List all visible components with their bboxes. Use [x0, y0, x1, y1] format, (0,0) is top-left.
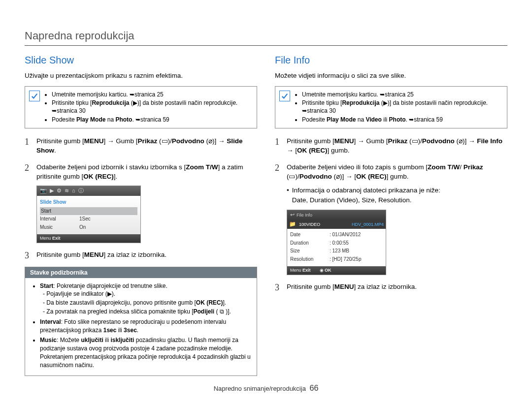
step-1: Pritisnite gumb [MENU] → Gumb [Prikaz (▭…: [275, 136, 507, 156]
text: Pritisnite gumb [: [36, 137, 84, 145]
page-root: Napredna reprodukcija Slide Show Uživajt…: [0, 0, 532, 406]
text: (▭)/: [287, 173, 299, 180]
two-column-layout: Slide Show Uživajte u prezentacijskom pr…: [25, 55, 507, 376]
row-val: : 0:00:55: [330, 240, 349, 247]
header-text: File Info: [297, 212, 312, 219]
screenshot-row: MusicOn: [40, 223, 137, 232]
screenshot-header: ↩ File Info: [287, 210, 386, 220]
sub-line: Pojavljuje se indikator (▶).: [43, 290, 251, 298]
row-val: : 123 MB: [330, 248, 349, 255]
file-info-screenshot: ↩ File Info 📁 100VIDEO HDV_0001.MP4 Date…: [287, 210, 386, 275]
text: ] gumb.: [328, 147, 350, 154]
submenu-item-start: Start: Pokretanje dijaprojekcije od tren…: [40, 282, 251, 316]
check-icon: [29, 91, 40, 101]
screenshot-footer: Menu Exit: [37, 234, 140, 243]
folder-icon: 📁: [289, 220, 296, 228]
step-2: Odaberite željeni pod izbornik i stavku …: [25, 162, 257, 243]
note-list-right: Umetnite memorijsku karticu. ➥stranica 2…: [294, 91, 502, 124]
note-list-left: Umetnite memorijsku karticu. ➥stranica 2…: [44, 91, 252, 124]
text: ] → Gumb [: [104, 137, 138, 145]
row-key: Interval: [40, 216, 74, 223]
note-box-right: Umetnite memorijsku karticu. ➥stranica 2…: [275, 86, 507, 128]
podvodno-label: Podvodno: [299, 173, 332, 180]
screenshot-row: Date: 01/JAN/2012: [290, 231, 383, 239]
page-footer: Napredno snimanje/reprodukcija 66: [25, 384, 507, 393]
text: /: [460, 163, 464, 171]
steps-right: Pritisnite gumb [MENU] → Gumb [Prikaz (▭…: [275, 136, 507, 292]
footer-section: Napredno snimanje/reprodukcija: [214, 385, 306, 392]
submenu-item-music: Music: Možete uključiti ili isključiti p…: [40, 336, 251, 369]
screenshot-title: Slide Show: [40, 198, 137, 207]
prikaz-label: Prikaz: [138, 137, 158, 145]
sub-line: Za povratak na pregled indeksa sličica p…: [43, 308, 251, 316]
row-val: : 01/JAN/2012: [330, 231, 361, 239]
folder-name: 100VIDEO: [299, 221, 320, 228]
camera-icon: 📷: [40, 187, 47, 195]
menu-label: MENU: [84, 137, 104, 145]
step-2: Odaberite željeni video ili foto zapis s…: [275, 162, 507, 275]
screenshot-row: Resolution: [HD] 720/25p: [290, 255, 383, 264]
podvodno-label: Podvodno: [422, 137, 455, 145]
exit-label: Menu Exit: [290, 267, 311, 274]
text: Odaberite željeni video ili foto zapis s…: [287, 163, 428, 171]
exit-label: Menu Exit: [40, 235, 61, 242]
folder-row: 📁 100VIDEO HDV_0001.MP4: [287, 220, 386, 229]
prikaz-label: Prikaz: [388, 137, 408, 145]
text: Informacija o odabranoj datoteci prikaza…: [292, 187, 440, 194]
row-key: Size: [290, 248, 325, 255]
text: ] gumb.: [387, 173, 409, 180]
step-3: Pritisnite gumb [MENU] za izlaz iz izbor…: [25, 250, 257, 260]
menu-label: MENU: [84, 251, 104, 258]
steps-left: Pritisnite gumb [MENU] → Gumb [Prikaz (▭…: [25, 136, 257, 260]
screenshot-row: Size: 123 MB: [290, 247, 383, 255]
screenshot-row-highlight: Start: [40, 207, 137, 216]
row-val: On: [79, 224, 86, 231]
item-key: Interval: [40, 318, 61, 325]
note-item: Pritisnite tipku [Reprodukcija (▶)] da b…: [302, 99, 502, 115]
file-info-heading: File Info: [275, 55, 507, 66]
prikaz-label: Prikaz: [464, 163, 483, 171]
text: .: [54, 147, 56, 154]
submenu-box: Stavke podizbornika Start: Pokretanje di…: [25, 267, 257, 376]
screenshot-body: Date: 01/JAN/2012 Duration: 0:00:55 Size…: [287, 229, 386, 266]
key-icon: ⌂: [72, 187, 75, 195]
menu-label: MENU: [334, 283, 354, 290]
file-info-intro: Možete vidjeti informaciju o slici za sv…: [275, 72, 507, 79]
step-3: Pritisnite gumb [MENU] za izlaz iz izbor…: [275, 282, 507, 292]
page-title: Napredna reprodukcija: [25, 30, 507, 42]
submenu-item-interval: Interval: Foto slike neprestano se repro…: [40, 318, 251, 335]
page-number: 66: [310, 384, 319, 392]
row-key: Music: [40, 224, 74, 231]
note-box-left: Umetnite memorijsku karticu. ➥stranica 2…: [25, 86, 257, 128]
text: ] za izlaz iz izbornika.: [354, 283, 417, 290]
target-label: File Info: [477, 137, 502, 145]
text: Date, Duration (Video), Size, Resolution…: [292, 196, 412, 204]
info-bullet: • Informacija o odabranoj datoteci prika…: [287, 186, 507, 205]
ok-label: OK (REC): [356, 173, 387, 180]
screenshot-row: Duration: 0:00:55: [290, 239, 383, 248]
screenshot-topbar: 📷 ▶ ⚙ ≋ ⌂ ⓘ: [37, 186, 140, 196]
screenshot-body: Slide Show Start Interval1Sec MusicOn: [37, 196, 140, 234]
screenshot-footer: Menu Exit ◉ OK: [287, 266, 386, 275]
screenshot-row: Interval1Sec: [40, 215, 137, 223]
check-icon: [279, 91, 290, 101]
zoom-label: Zoom T/W: [428, 163, 460, 171]
right-column: File Info Možete vidjeti informaciju o s…: [275, 55, 507, 376]
step-1: Pritisnite gumb [MENU] → Gumb [Prikaz (▭…: [25, 136, 257, 156]
item-key: Music: [40, 337, 57, 344]
ok-label: ◉ OK: [320, 267, 332, 274]
row-key: Resolution: [290, 256, 325, 263]
text: ] za izlaz iz izbornika.: [104, 251, 167, 258]
item-text: Pokretanje dijaprojekcije od trenutne sl…: [57, 282, 167, 289]
note-item: Podesite Play Mode na Video ili Photo. ➥…: [302, 116, 502, 124]
text: Pritisnite gumb [: [36, 251, 84, 258]
submenu-heading: Stavke podizbornika: [25, 267, 257, 278]
slide-show-intro: Uživajte u prezentacijskom prikazu s raz…: [25, 72, 257, 79]
row-key: Duration: [290, 240, 325, 247]
text: (▭)/: [157, 137, 172, 145]
text: Pritisnite gumb [: [287, 283, 334, 290]
text: (⌀)] →: [204, 137, 227, 145]
wave-icon: ≋: [65, 187, 69, 195]
row-key: Date: [290, 231, 325, 239]
text: (⌀)] → [: [332, 173, 356, 180]
